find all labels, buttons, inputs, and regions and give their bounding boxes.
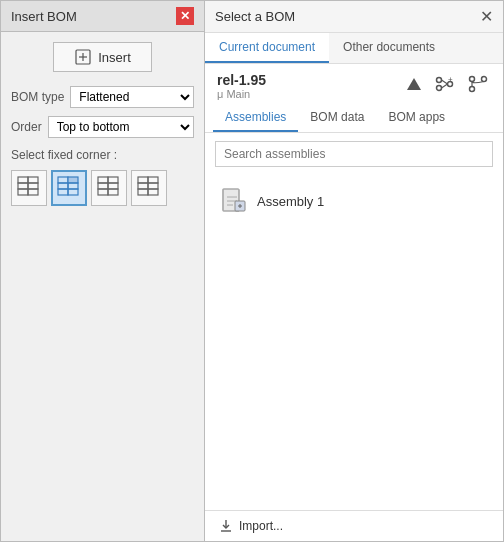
corner-icons-row [1,166,204,210]
svg-rect-7 [28,183,38,189]
bom-actions: + [403,73,491,99]
svg-rect-24 [148,177,158,183]
svg-marker-27 [407,78,421,90]
svg-rect-17 [98,189,108,195]
svg-rect-5 [18,189,28,195]
svg-line-31 [442,80,448,84]
svg-point-35 [470,87,475,92]
tab-other-documents[interactable]: Other documents [329,33,449,63]
list-item[interactable]: Assembly 1 [205,179,503,223]
right-panel-title: Select a BOM [215,9,295,24]
corner-label: Select fixed corner : [1,142,204,166]
left-panel-header: Insert BOM ✕ [1,1,204,32]
svg-line-32 [442,84,448,88]
insert-button-label: Insert [98,50,131,65]
bom-type-row: BOM type Flattened Structured Parts only [1,82,204,112]
import-label: Import... [239,519,283,533]
svg-rect-12 [68,177,78,183]
svg-rect-19 [108,183,118,189]
bom-add-button[interactable]: + [433,73,457,99]
import-icon [219,519,233,533]
svg-rect-14 [68,189,78,195]
svg-point-29 [437,86,442,91]
bom-branch-button[interactable] [465,73,491,99]
order-label: Order [11,120,42,134]
bom-branch: μ Main [217,88,266,100]
insert-btn-row: Insert [1,32,204,82]
svg-point-34 [470,77,475,82]
svg-rect-23 [138,189,148,195]
right-panel-header: Select a BOM ✕ [205,1,503,33]
svg-rect-20 [108,189,118,195]
bom-info: rel-1.95 μ Main [217,72,266,100]
insert-bom-panel: Insert BOM ✕ Insert BOM type Flattened S… [0,0,205,542]
search-input[interactable] [215,141,493,167]
assembly-item-label: Assembly 1 [257,194,324,209]
svg-rect-4 [18,183,28,189]
bom-name: rel-1.95 [217,72,266,88]
corner-top-right-icon [56,175,82,201]
order-select[interactable]: Top to bottom Bottom to top [48,116,194,138]
document-tabs: Current document Other documents [205,33,503,64]
bom-info-row: rel-1.95 μ Main + [205,64,503,104]
triangle-icon [405,75,423,93]
tab-assemblies[interactable]: Assemblies [213,104,298,132]
svg-rect-13 [68,183,78,189]
order-row: Order Top to bottom Bottom to top [1,112,204,142]
import-row[interactable]: Import... [205,510,503,541]
svg-rect-16 [98,183,108,189]
select-bom-panel: Select a BOM ✕ Current document Other do… [205,0,504,542]
insert-icon [74,48,92,66]
search-row [205,133,503,175]
svg-rect-9 [58,177,68,183]
left-panel-title: Insert BOM [11,9,77,24]
svg-rect-21 [138,177,148,183]
add-branch-icon: + [435,75,455,93]
svg-rect-15 [98,177,108,183]
bom-triangle-button[interactable] [403,73,425,99]
svg-point-36 [482,77,487,82]
tab-current-document[interactable]: Current document [205,33,329,63]
svg-rect-8 [28,189,38,195]
svg-rect-3 [18,177,28,183]
svg-rect-22 [138,183,148,189]
assembly-file-icon [219,187,247,215]
left-panel-close-button[interactable]: ✕ [176,7,194,25]
svg-point-28 [437,78,442,83]
bom-type-label: BOM type [11,90,64,104]
corner-top-right[interactable] [51,170,87,206]
corner-bottom-left[interactable] [91,170,127,206]
svg-rect-11 [58,189,68,195]
svg-rect-6 [28,177,38,183]
assembly-list: Assembly 1 [205,175,503,510]
insert-button[interactable]: Insert [53,42,152,72]
corner-bottom-right[interactable] [131,170,167,206]
inner-tabs: Assemblies BOM data BOM apps [205,104,503,133]
bom-type-select[interactable]: Flattened Structured Parts only [70,86,194,108]
corner-bottom-right-icon [136,175,162,201]
tab-bom-apps[interactable]: BOM apps [376,104,457,132]
tab-bom-data[interactable]: BOM data [298,104,376,132]
branch-icon [467,75,489,93]
svg-rect-10 [58,183,68,189]
svg-text:+: + [448,75,453,84]
svg-rect-18 [108,177,118,183]
corner-top-left[interactable] [11,170,47,206]
svg-rect-26 [148,189,158,195]
right-panel-close-button[interactable]: ✕ [480,7,493,26]
corner-bottom-left-icon [96,175,122,201]
corner-top-left-icon [16,175,42,201]
svg-rect-25 [148,183,158,189]
